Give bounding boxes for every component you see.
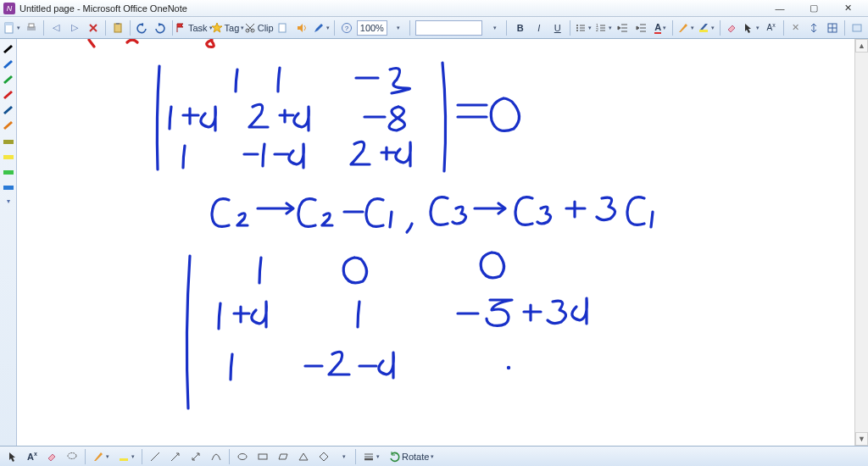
note-canvas[interactable] — [17, 39, 854, 446]
bullet-list-button[interactable]: ▾ — [573, 19, 592, 36]
audio-button[interactable] — [293, 19, 310, 36]
parallelogram-tool-button[interactable] — [274, 448, 292, 465]
line-tool-button[interactable] — [146, 448, 164, 465]
search-input[interactable] — [415, 20, 482, 36]
parallelogram-icon — [277, 451, 289, 463]
redo-button[interactable] — [152, 19, 169, 36]
new-page-button[interactable] — [275, 19, 292, 36]
svg-rect-19 — [3, 140, 14, 144]
eraser-tool-button[interactable] — [42, 448, 61, 465]
minimize-button[interactable]: — — [763, 1, 797, 16]
more-button[interactable] — [849, 19, 865, 36]
pen-red[interactable] — [2, 88, 15, 100]
select-tool-button[interactable] — [3, 448, 22, 465]
double-arrow-tool-button[interactable] — [186, 448, 205, 465]
vertical-scrollbar[interactable]: ▲ ▼ — [854, 39, 868, 446]
svg-rect-3 — [29, 24, 34, 27]
clip-button[interactable]: Clip — [245, 19, 273, 36]
hl-olive[interactable] — [2, 134, 15, 146]
search-dropdown[interactable]: ▾ — [486, 19, 503, 36]
diamond-tool-button[interactable] — [314, 448, 333, 465]
pen-green[interactable] — [2, 73, 15, 85]
indent-button[interactable] — [633, 19, 650, 36]
x-icon: ✕ — [792, 22, 799, 33]
zoom-dropdown[interactable]: ▾ — [389, 19, 406, 36]
thickness-button[interactable]: ▾ — [359, 448, 383, 465]
pen-orange[interactable] — [2, 119, 15, 130]
pen-icon — [313, 22, 325, 34]
pen-navy[interactable] — [2, 103, 15, 115]
scroll-down-button[interactable]: ▼ — [855, 432, 868, 446]
page-icon — [3, 22, 15, 34]
scroll-up-button[interactable]: ▲ — [855, 39, 868, 53]
print-button[interactable] — [23, 19, 40, 36]
main-toolbar: ▾ ◁ ▷ Task▾ Tag▾ Clip ▾ ? 100% ▾ ▾ B I U… — [0, 17, 868, 39]
vscroll-track[interactable] — [855, 53, 868, 432]
expand-button[interactable] — [805, 19, 822, 36]
rotate-icon — [388, 451, 400, 463]
underline-button[interactable]: U — [549, 19, 566, 36]
svg-rect-25 — [120, 458, 128, 461]
highlight-pen-button[interactable]: ▾ — [676, 19, 695, 36]
insert-space-button[interactable]: Ax — [763, 19, 780, 36]
number-list-button[interactable]: 12▾ — [594, 19, 613, 36]
bold-button[interactable]: B — [512, 19, 529, 36]
text-tool-button[interactable]: Ax — [24, 448, 41, 465]
paste-button[interactable] — [109, 19, 126, 36]
more-shapes-button[interactable]: ▾ — [335, 448, 352, 465]
underline-icon: U — [554, 23, 561, 33]
triangle-icon — [298, 451, 309, 463]
rotate-button[interactable]: Rotate▾ — [385, 448, 437, 465]
rect-tool-button[interactable] — [253, 448, 272, 465]
rect-icon — [257, 451, 269, 463]
svg-point-12 — [576, 27, 578, 29]
table-button[interactable] — [824, 19, 841, 36]
pointer-icon — [743, 22, 754, 34]
italic-icon: I — [537, 23, 540, 33]
zoom-input[interactable]: 100% — [357, 20, 387, 36]
svg-rect-20 — [3, 155, 14, 159]
highlighter2-icon — [118, 451, 130, 463]
font-color-button[interactable]: A▾ — [652, 19, 669, 36]
pen-tool-button[interactable]: ▾ — [89, 448, 113, 465]
lasso-tool-button[interactable] — [63, 448, 81, 465]
highlighter-button[interactable]: ▾ — [697, 19, 715, 36]
diamond-icon — [318, 451, 330, 463]
nav-back-button[interactable]: ◁ — [47, 19, 64, 36]
back-page-button[interactable]: ▾ — [3, 19, 21, 36]
help-button[interactable]: ? — [338, 19, 355, 36]
tag-button[interactable]: Tag▾ — [212, 19, 242, 36]
pen-more[interactable]: ▾ — [2, 195, 15, 207]
scissors-icon — [244, 22, 256, 34]
outdent-button[interactable] — [615, 19, 632, 36]
hl-yellow[interactable] — [2, 149, 15, 161]
nav-forward-button[interactable]: ▷ — [66, 19, 83, 36]
undo-button[interactable] — [133, 19, 150, 36]
help-icon: ? — [341, 22, 353, 34]
ellipse-tool-button[interactable] — [233, 448, 252, 465]
nav-stop-button[interactable] — [85, 19, 102, 36]
arrow-tool-button[interactable] — [166, 448, 185, 465]
svg-rect-16 — [699, 30, 708, 32]
onenote-app-icon: N — [3, 3, 15, 14]
curve-tool-button[interactable] — [207, 448, 225, 465]
highlighter-icon — [698, 22, 709, 34]
hl-green[interactable] — [2, 164, 15, 176]
triangle-tool-button[interactable] — [294, 448, 313, 465]
eraser-button[interactable] — [723, 19, 740, 36]
marker-button[interactable]: ▾ — [312, 19, 331, 36]
task-button[interactable]: Task▾ — [176, 19, 210, 36]
pen-black[interactable] — [2, 42, 15, 54]
hl-blue[interactable] — [2, 180, 15, 191]
pen-blue[interactable] — [2, 58, 15, 69]
maximize-button[interactable]: ▢ — [797, 1, 831, 16]
italic-button[interactable]: I — [531, 19, 548, 36]
close-button[interactable]: ✕ — [831, 1, 865, 16]
ink-select-button[interactable]: ▾ — [742, 19, 760, 36]
highlighter-tool-button[interactable]: ▾ — [114, 448, 138, 465]
svg-point-23 — [507, 366, 510, 369]
arrows-icon — [808, 22, 820, 34]
delete-button[interactable]: ✕ — [787, 19, 804, 36]
speaker-icon — [296, 22, 308, 34]
draw-toolbar: Ax ▾ ▾ ▾ ▾ Rotate▾ — [0, 446, 868, 466]
